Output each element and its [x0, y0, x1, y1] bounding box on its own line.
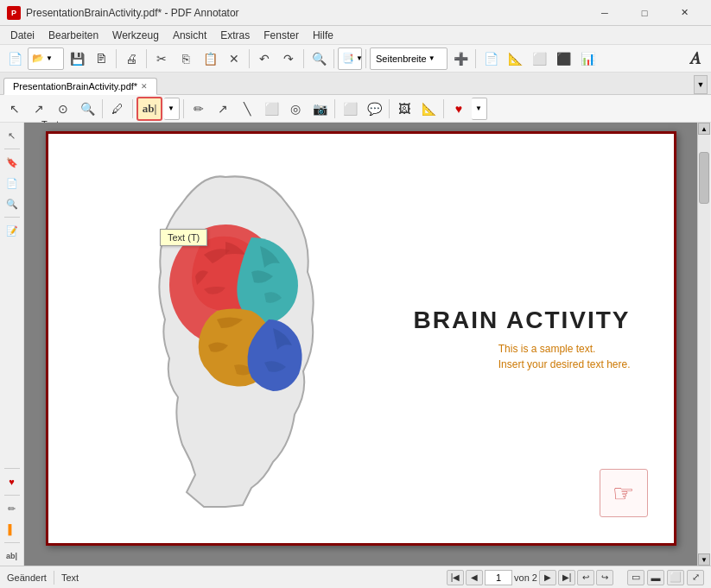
- active-tab[interactable]: PresentationBrainActivity.pdf* ✕: [3, 78, 157, 95]
- close-button[interactable]: ✕: [664, 0, 704, 26]
- main-toolbar: 📄 📂▼ 💾 🖹 🖨 ✂ ⎘ 📋 ✕ ↶ ↷ 🔍 📑▼ Seitenbreite…: [0, 45, 711, 73]
- first-page-btn[interactable]: |◀: [447, 570, 464, 585]
- menu-fenster[interactable]: Fenster: [257, 28, 306, 43]
- tb-icon4[interactable]: ⬛: [552, 47, 575, 70]
- next-page-btn[interactable]: ▶: [539, 570, 556, 585]
- page-input[interactable]: [485, 570, 512, 585]
- comment-tool[interactable]: 💬: [363, 98, 385, 120]
- forward-btn[interactable]: ↪: [596, 570, 613, 585]
- menu-extras[interactable]: Extras: [213, 28, 257, 43]
- stamp-tool[interactable]: 📷: [308, 98, 331, 120]
- scroll-up-btn[interactable]: ▲: [698, 123, 710, 135]
- fullscreen-btn[interactable]: ⤢: [687, 570, 704, 585]
- zoom-tool[interactable]: 🔍: [76, 98, 98, 120]
- lasso-tool[interactable]: ⊙: [52, 98, 74, 120]
- window-title: PresentationBrainActivity.pdf* - PDF Ann…: [26, 7, 585, 19]
- zoom-dropdown[interactable]: Seitenbreite▼: [370, 47, 448, 70]
- hand-icon-symbol: ☞: [613, 479, 634, 508]
- cut-button[interactable]: ✂: [150, 47, 173, 70]
- save-button[interactable]: 💾: [66, 47, 88, 70]
- menu-werkzeug[interactable]: Werkzeug: [105, 28, 166, 43]
- single-page-btn[interactable]: ▭: [627, 570, 644, 585]
- print-button[interactable]: 🖨: [120, 47, 143, 70]
- tb-icon1[interactable]: 📄: [479, 47, 502, 70]
- pen-tool[interactable]: ✏: [187, 98, 210, 120]
- sample-text: This is a sample text. Insert your desir…: [498, 341, 631, 372]
- prev-page-btn[interactable]: ◀: [466, 570, 483, 585]
- vertical-scrollbar[interactable]: ▲ ▼: [697, 123, 711, 566]
- sample-text-line1: This is a sample text.: [498, 341, 631, 357]
- sidebar-pages-btn[interactable]: 📄: [3, 174, 22, 193]
- status-tool: Text: [61, 572, 79, 583]
- view-mode-controls: ▭ ▬ ⬜ ⤢: [627, 570, 704, 585]
- eraser-tool[interactable]: ⬜: [339, 98, 361, 120]
- sidebar-bookmark-btn[interactable]: 🔖: [3, 153, 22, 172]
- tooltip-text: Text (T): [168, 232, 200, 243]
- last-page-btn[interactable]: ▶|: [558, 570, 575, 585]
- annotation-toolbar: ↖ ↗ ⊙ 🔍 🖊 ab| ▼ ✏ ↗ ╲ ⬜ ◎ 📷 ⬜ 💬 🖼 📐 ♥ ▼ …: [0, 95, 711, 123]
- sidebar-text-btn[interactable]: ab|: [3, 547, 22, 566]
- sidebar-pen-btn[interactable]: ✏: [3, 499, 22, 518]
- tb-icon3[interactable]: ⬜: [528, 47, 550, 70]
- font-preview-icon: 𝐴: [690, 48, 708, 68]
- main-content-area: BRAIN ACTIVITY This is a sample text. In…: [24, 123, 697, 566]
- delete-button[interactable]: ✕: [223, 47, 245, 70]
- sidebar-select-btn[interactable]: ↖: [3, 126, 22, 145]
- tb-icon5[interactable]: 📊: [576, 47, 599, 70]
- paste-button[interactable]: 📋: [199, 47, 221, 70]
- sidebar-heart-btn[interactable]: ♥: [3, 472, 22, 491]
- redo-button[interactable]: ↷: [277, 47, 300, 70]
- tb-icon2[interactable]: 📐: [504, 47, 526, 70]
- select-tool[interactable]: ↖: [3, 98, 26, 120]
- tab-bar: PresentationBrainActivity.pdf* ✕ ▼: [0, 73, 711, 95]
- sidebar-search-btn[interactable]: 🔍: [3, 194, 22, 213]
- menubar: Datei Bearbeiten Werkzeug Ansicht Extras…: [0, 26, 711, 45]
- view-dropdown[interactable]: 📑▼: [338, 47, 362, 70]
- two-page-btn[interactable]: ⬜: [667, 570, 684, 585]
- brain-title: BRAIN ACTIVITY: [414, 307, 631, 334]
- new-button[interactable]: 📄: [3, 47, 26, 70]
- open-dropdown[interactable]: 📂▼: [28, 47, 64, 70]
- hand-pointer-icon: ☞: [600, 469, 648, 517]
- minimize-button[interactable]: ─: [585, 0, 625, 26]
- sidebar-notes-btn[interactable]: 📝: [3, 221, 22, 240]
- sidebar-highlight-btn[interactable]: ▌: [3, 520, 22, 539]
- scrollbar-thumb[interactable]: [699, 152, 709, 204]
- page-total: von 2: [514, 572, 537, 583]
- menu-hilfe[interactable]: Hilfe: [306, 28, 340, 43]
- heart-dropdown[interactable]: ▼: [472, 98, 487, 120]
- text-tool[interactable]: ab|: [136, 97, 162, 121]
- line-tool[interactable]: ╲: [236, 98, 258, 120]
- img-tool2[interactable]: 📐: [417, 98, 440, 120]
- sample-text-line2: Insert your desired text here.: [498, 357, 631, 372]
- maximize-button[interactable]: □: [625, 0, 664, 26]
- tab-label: PresentationBrainActivity.pdf*: [13, 81, 137, 92]
- ellipse-tool[interactable]: ◎: [284, 98, 307, 120]
- image-tool[interactable]: 🖼: [393, 98, 416, 120]
- status-changed: Geändert: [7, 572, 47, 583]
- pdf-page: BRAIN ACTIVITY This is a sample text. In…: [46, 131, 676, 546]
- undo-button[interactable]: ↶: [253, 47, 276, 70]
- heart-tool[interactable]: ♥: [448, 98, 470, 120]
- menu-bearbeiten[interactable]: Bearbeiten: [41, 28, 105, 43]
- menu-ansicht[interactable]: Ansicht: [166, 28, 213, 43]
- continuous-btn[interactable]: ▬: [647, 570, 664, 585]
- left-sidebar: ↖ 🔖 📄 🔍 📝 ♥ ✏ ▌ ab|: [0, 123, 24, 566]
- menu-datei[interactable]: Datei: [3, 28, 41, 43]
- app-icon: P: [7, 6, 21, 20]
- pointer-tool[interactable]: ↗: [28, 98, 50, 120]
- zoom-in-button[interactable]: ➕: [449, 47, 472, 70]
- save-all-button[interactable]: 🖹: [90, 47, 112, 70]
- text-tool-dropdown[interactable]: ▼: [164, 98, 180, 120]
- copy-button[interactable]: ⎘: [175, 47, 197, 70]
- tabs-scroll-button[interactable]: ▼: [694, 75, 708, 94]
- scroll-down-btn[interactable]: ▼: [698, 553, 710, 566]
- rect-tool[interactable]: ⬜: [260, 98, 282, 120]
- back-btn[interactable]: ↩: [577, 570, 594, 585]
- highlight-tool[interactable]: 🖊: [106, 98, 129, 120]
- search-button[interactable]: 🔍: [308, 47, 330, 70]
- arrow-tool[interactable]: ↗: [212, 98, 234, 120]
- tab-close-icon[interactable]: ✕: [141, 82, 148, 91]
- brain-illustration: [92, 151, 359, 514]
- scrollbar-track[interactable]: [698, 135, 710, 578]
